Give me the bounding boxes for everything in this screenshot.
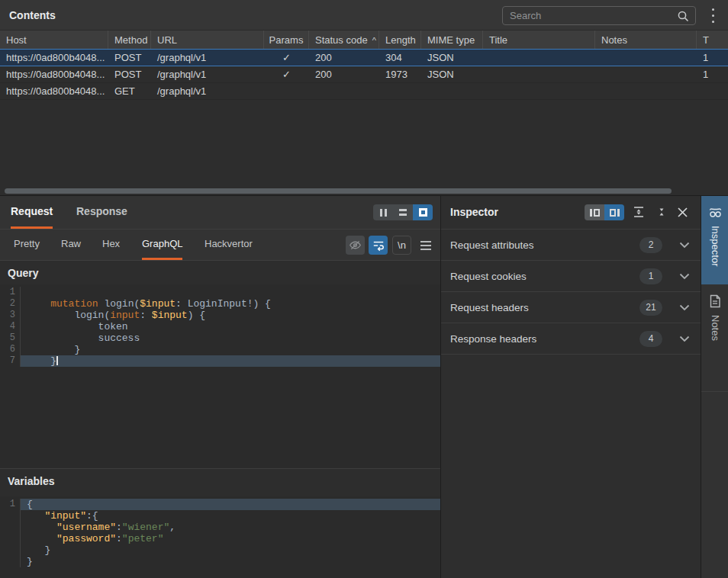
tab-response[interactable]: Response [76, 196, 127, 229]
code-text: } [21, 556, 440, 567]
hide-nonprintable-button[interactable] [346, 236, 365, 255]
line-number: 5 [0, 332, 21, 344]
dock-left-button[interactable] [585, 204, 604, 220]
section-label: Response headers [450, 333, 536, 345]
inspector-section-response-headers[interactable]: Response headers4 [441, 323, 701, 355]
count-badge: 1 [639, 268, 662, 284]
table-cell: /graphql/v1 [151, 50, 264, 66]
params-check-icon: ✓ [264, 50, 309, 66]
column-header-params[interactable]: Params [264, 31, 309, 50]
inspector-sections: Request attributes2Request cookies1Reque… [441, 230, 701, 355]
code-text [21, 287, 440, 298]
column-header-url[interactable]: URL [151, 31, 264, 50]
layout-rows-button[interactable] [393, 204, 413, 220]
line-number: 2 [0, 298, 21, 310]
collapse-all-icon[interactable] [654, 204, 669, 220]
code-line[interactable]: "input":{ [0, 510, 440, 522]
subtab-hackvertor[interactable]: Hackvertor [205, 230, 253, 260]
layout-columns-button[interactable] [373, 204, 393, 220]
table-row[interactable]: https://0ad800b4048...GET/graphql/v1 [0, 83, 728, 100]
inspector-section-request-cookies[interactable]: Request cookies1 [441, 261, 701, 292]
chevron-down-icon[interactable] [679, 336, 690, 342]
table-cell: GET [108, 83, 151, 99]
line-number [0, 510, 21, 522]
section-label: Request headers [450, 302, 529, 313]
table-cell: https://0ad800b4048... [0, 50, 108, 66]
code-text: success [21, 332, 440, 344]
code-line[interactable]: "password":"peter" [0, 533, 440, 544]
table-row[interactable]: https://0ad800b4048...POST/graphql/v1✓20… [0, 49, 728, 66]
table-cell: /graphql/v1 [151, 83, 264, 99]
inspector-header: Inspector [441, 196, 701, 230]
line-number: 4 [0, 321, 21, 332]
code-line[interactable]: 7 } [0, 355, 440, 367]
table-cell: https://0ad800b4048... [0, 66, 108, 82]
table-cell [595, 83, 697, 99]
table-header-row: HostMethodURLParamsStatus code^LengthMIM… [0, 31, 728, 50]
close-icon[interactable] [675, 204, 690, 220]
table-cell [595, 50, 697, 66]
horizontal-scrollbar-thumb[interactable] [5, 188, 672, 194]
code-line[interactable]: 1 [0, 287, 440, 298]
code-line[interactable]: 1{ [0, 499, 440, 510]
tab-request[interactable]: Request [11, 196, 53, 229]
code-line[interactable]: 6 } [0, 344, 440, 355]
table-cell [483, 50, 595, 66]
inspector-section-request-attributes[interactable]: Request attributes2 [441, 230, 701, 261]
column-header-notes[interactable]: Notes [595, 31, 697, 50]
column-header-status-code[interactable]: Status code^ [309, 31, 379, 50]
column-header-host[interactable]: Host [0, 31, 108, 50]
view-layout-toggle [373, 204, 433, 220]
column-header-t[interactable]: T [697, 31, 728, 50]
table-cell: JSON [421, 50, 483, 66]
column-header-length[interactable]: Length [379, 31, 421, 50]
variables-title: Variables [8, 475, 55, 487]
code-line[interactable]: 2 mutation login($input: LoginInput!) { [0, 298, 440, 310]
code-line[interactable]: } [0, 544, 440, 556]
subtab-hex[interactable]: Hex [102, 230, 120, 260]
dock-right-button[interactable] [604, 204, 624, 220]
query-section-header: Query [0, 261, 440, 284]
table-cell: /graphql/v1 [151, 66, 264, 82]
section-label: Request attributes [450, 239, 534, 251]
section-label: Request cookies [450, 271, 527, 282]
code-line[interactable]: "username":"wiener", [0, 522, 440, 533]
chevron-down-icon[interactable] [679, 242, 690, 249]
more-options-icon[interactable] [708, 8, 717, 23]
inspector-panel: Inspector Request attributes2Request coo… [441, 196, 701, 578]
editor-menu-icon[interactable] [416, 236, 435, 255]
code-text: } [21, 544, 440, 556]
side-tab-notes[interactable]: Notes [701, 284, 728, 392]
query-editor[interactable]: 12 mutation login($input: LoginInput!) {… [0, 284, 440, 468]
side-tab-inspector[interactable]: Inspector [701, 196, 728, 284]
table-cell: 1973 [379, 66, 421, 82]
expand-all-icon[interactable] [631, 204, 646, 220]
search-input[interactable] [503, 7, 695, 24]
column-header-mime-type[interactable]: MIME type [421, 31, 483, 50]
side-tab-label: Inspector [710, 226, 721, 266]
column-header-title[interactable]: Title [483, 31, 595, 50]
code-text: { [21, 499, 440, 510]
chevron-down-icon[interactable] [679, 273, 690, 280]
code-line[interactable]: } [0, 556, 440, 567]
request-response-tabbar: RequestResponse [0, 196, 440, 230]
count-badge: 21 [639, 300, 662, 316]
table-cell: 200 [309, 50, 379, 66]
table-row[interactable]: https://0ad800b4048...POST/graphql/v1✓20… [0, 66, 728, 83]
code-line[interactable]: 4 token [0, 321, 440, 332]
table-cell [264, 83, 309, 99]
code-text: login(input: $input) { [21, 310, 440, 321]
chevron-down-icon[interactable] [679, 304, 690, 311]
code-line[interactable]: 3 login(input: $input) { [0, 310, 440, 321]
subtab-pretty[interactable]: Pretty [14, 230, 40, 260]
subtab-raw[interactable]: Raw [61, 230, 81, 260]
subtab-graphql[interactable]: GraphQL [142, 230, 182, 260]
word-wrap-button[interactable] [369, 236, 388, 255]
column-header-method[interactable]: Method [108, 31, 151, 50]
layout-single-button[interactable] [413, 204, 433, 220]
inspector-section-request-headers[interactable]: Request headers21 [441, 292, 701, 323]
show-newlines-button[interactable]: \n [392, 236, 411, 255]
code-line[interactable]: 5 success [0, 332, 440, 344]
line-number: 1 [0, 287, 21, 298]
variables-editor[interactable]: 1{ "input":{ "username":"wiener", "passw… [0, 496, 440, 578]
